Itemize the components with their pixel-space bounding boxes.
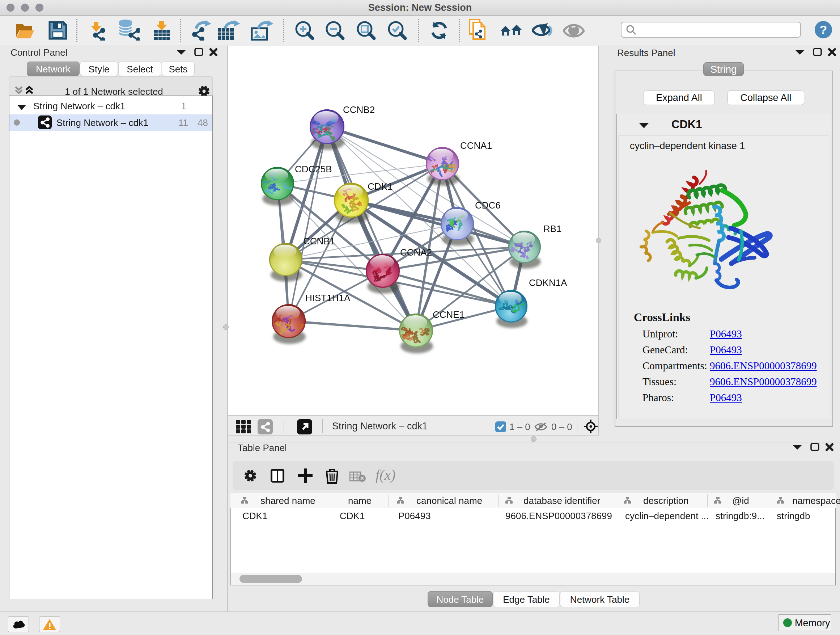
svg-text:CCNB2: CCNB2 [343, 104, 375, 115]
svg-text:CCNA2: CCNA2 [400, 247, 432, 258]
svg-text:CCNE1: CCNE1 [433, 309, 464, 320]
svg-text:RB1: RB1 [543, 223, 562, 234]
svg-text:CDC25B: CDC25B [295, 164, 332, 174]
svg-text:CCNA1: CCNA1 [460, 140, 492, 151]
svg-text:CDK1: CDK1 [368, 181, 393, 192]
svg-text:CCNB1: CCNB1 [303, 236, 335, 247]
svg-text:HIST1H1A: HIST1H1A [305, 293, 351, 303]
svg-text:CDC6: CDC6 [475, 200, 501, 211]
svg-text:CDKN1A: CDKN1A [529, 277, 567, 288]
